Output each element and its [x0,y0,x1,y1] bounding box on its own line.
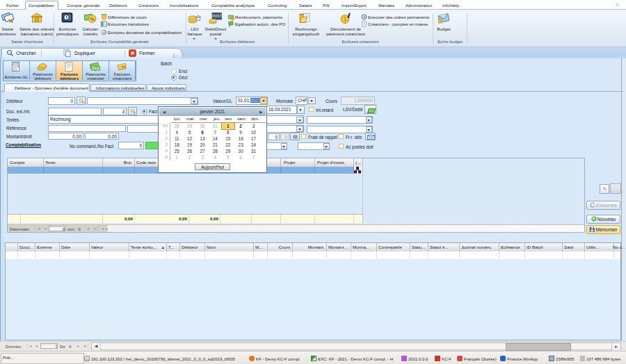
svg-text:POST: POST [212,14,222,18]
svg-text:1: 1 [344,17,346,22]
svg-text:%: % [90,16,95,22]
